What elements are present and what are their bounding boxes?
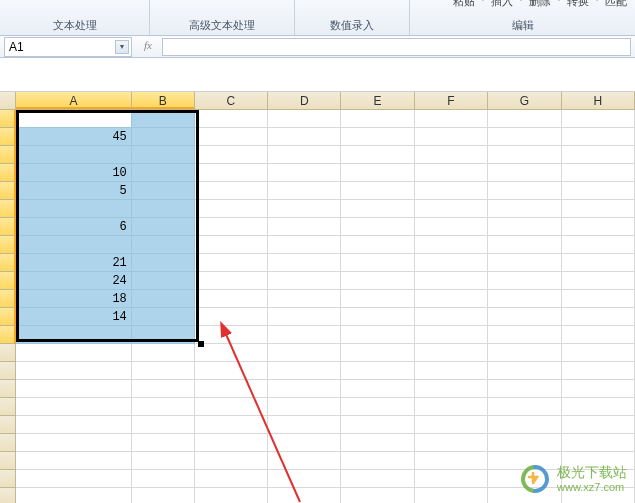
cell[interactable] [488, 254, 561, 272]
cell[interactable] [341, 164, 414, 182]
cell[interactable] [415, 110, 488, 128]
cell[interactable] [132, 416, 195, 434]
cell[interactable] [195, 254, 268, 272]
ribbon-item-match[interactable]: 匹配 [605, 0, 627, 9]
cell[interactable] [268, 434, 341, 452]
cell[interactable] [341, 398, 414, 416]
cell[interactable] [268, 290, 341, 308]
cell[interactable] [562, 272, 635, 290]
cell[interactable]: 14 [16, 308, 132, 326]
cell[interactable] [341, 488, 414, 503]
cell[interactable] [195, 200, 268, 218]
cell[interactable] [195, 416, 268, 434]
cell[interactable] [195, 362, 268, 380]
cell[interactable] [488, 308, 561, 326]
cell[interactable] [488, 416, 561, 434]
row-header[interactable] [0, 434, 16, 452]
cell[interactable] [268, 362, 341, 380]
cell[interactable] [16, 398, 132, 416]
cell[interactable]: 5 [16, 182, 132, 200]
cell[interactable] [341, 254, 414, 272]
cell[interactable] [488, 128, 561, 146]
cell[interactable] [341, 416, 414, 434]
select-all-corner[interactable] [0, 92, 16, 110]
cell[interactable] [195, 182, 268, 200]
cell[interactable] [341, 470, 414, 488]
cell[interactable] [415, 128, 488, 146]
cell[interactable] [341, 182, 414, 200]
cell[interactable] [195, 326, 268, 344]
cell[interactable] [195, 110, 268, 128]
cell[interactable] [488, 380, 561, 398]
cell[interactable] [132, 146, 195, 164]
cell[interactable] [268, 110, 341, 128]
cell[interactable] [488, 164, 561, 182]
cell[interactable] [132, 362, 195, 380]
cell[interactable] [562, 182, 635, 200]
cell[interactable]: 10 [16, 164, 132, 182]
cell[interactable] [415, 416, 488, 434]
cell[interactable] [16, 326, 132, 344]
cell[interactable] [341, 326, 414, 344]
cell[interactable] [132, 236, 195, 254]
cell[interactable] [562, 218, 635, 236]
fx-icon[interactable]: fx [138, 39, 158, 55]
cell[interactable] [132, 308, 195, 326]
cell[interactable] [268, 254, 341, 272]
cell[interactable] [488, 326, 561, 344]
cell[interactable] [488, 272, 561, 290]
row-header[interactable] [0, 416, 16, 434]
cell[interactable] [195, 452, 268, 470]
cell[interactable] [195, 470, 268, 488]
cell[interactable] [341, 218, 414, 236]
cell[interactable] [415, 290, 488, 308]
row-header[interactable] [0, 488, 16, 503]
cell[interactable] [132, 164, 195, 182]
cell[interactable] [195, 164, 268, 182]
cell[interactable] [132, 272, 195, 290]
cell[interactable] [562, 344, 635, 362]
cell[interactable] [16, 200, 132, 218]
cell[interactable] [195, 290, 268, 308]
cell[interactable] [268, 416, 341, 434]
cell[interactable] [268, 488, 341, 503]
cell[interactable] [341, 380, 414, 398]
row-header[interactable] [0, 398, 16, 416]
formula-input[interactable] [162, 38, 631, 56]
column-header-a[interactable]: A [16, 92, 132, 109]
cell[interactable] [488, 182, 561, 200]
cell[interactable] [562, 398, 635, 416]
cell[interactable] [562, 128, 635, 146]
row-header[interactable] [0, 380, 16, 398]
cell[interactable] [16, 362, 132, 380]
cell[interactable] [415, 470, 488, 488]
row-header[interactable] [0, 182, 16, 200]
cell[interactable] [268, 164, 341, 182]
cell[interactable] [415, 326, 488, 344]
cell[interactable] [488, 200, 561, 218]
cell[interactable] [132, 182, 195, 200]
cell[interactable] [562, 164, 635, 182]
cell[interactable] [132, 290, 195, 308]
ribbon-item-delete[interactable]: 删除 [529, 0, 551, 9]
cell[interactable] [132, 344, 195, 362]
cell[interactable] [415, 452, 488, 470]
row-header[interactable] [0, 308, 16, 326]
cell[interactable] [415, 164, 488, 182]
cell[interactable] [16, 416, 132, 434]
cell[interactable] [268, 344, 341, 362]
column-header-h[interactable]: H [562, 92, 635, 109]
cell[interactable] [132, 110, 195, 128]
cell[interactable] [132, 326, 195, 344]
cell[interactable] [268, 218, 341, 236]
cell[interactable] [268, 326, 341, 344]
row-header[interactable] [0, 290, 16, 308]
cell[interactable] [562, 416, 635, 434]
cell[interactable] [268, 272, 341, 290]
cell[interactable] [132, 254, 195, 272]
cell[interactable] [195, 344, 268, 362]
cell[interactable] [195, 272, 268, 290]
cell[interactable] [195, 308, 268, 326]
cell[interactable] [268, 398, 341, 416]
row-header[interactable] [0, 200, 16, 218]
